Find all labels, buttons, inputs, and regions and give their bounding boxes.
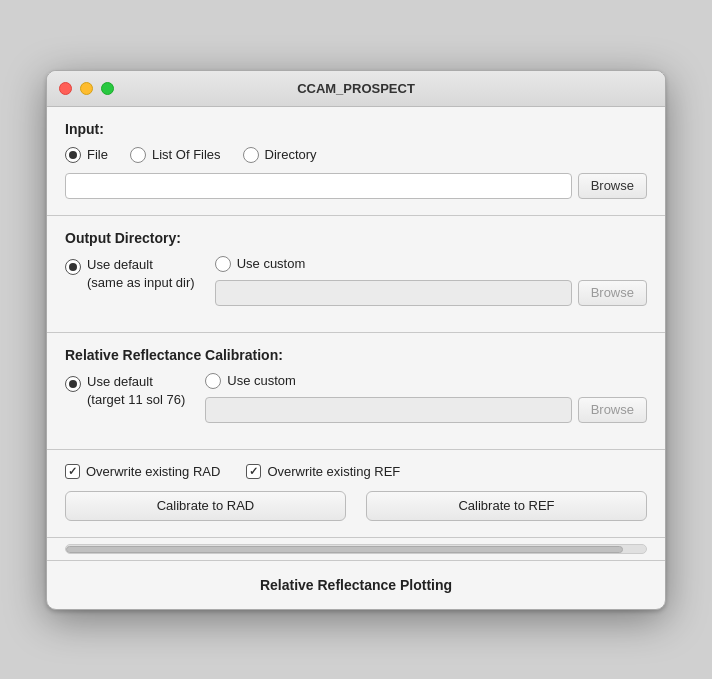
input-text-field[interactable]	[65, 173, 572, 199]
calibration-section-label: Relative Reflectance Calibration:	[65, 347, 647, 363]
radio-file-label: File	[87, 147, 108, 162]
radio-file[interactable]: File	[65, 147, 108, 163]
output-text-field[interactable]	[215, 280, 572, 306]
calibration-section: Relative Reflectance Calibration: Use de…	[47, 333, 665, 450]
calibration-custom-row: Use custom	[205, 373, 647, 389]
content-area: Input: File List Of Files Directory Brow…	[47, 107, 665, 609]
calibration-browse-row: Browse	[205, 397, 647, 423]
close-button[interactable]	[59, 82, 72, 95]
calibrate-ref-button[interactable]: Calibrate to REF	[366, 491, 647, 521]
checkbox-ref-indicator	[246, 464, 261, 479]
scrollbar-thumb[interactable]	[66, 546, 623, 553]
radio-list-indicator	[130, 147, 146, 163]
window-controls	[59, 82, 114, 95]
output-custom-row: Use custom	[215, 256, 647, 272]
output-custom-option: Use custom Browse	[215, 256, 647, 306]
input-section-label: Input:	[65, 121, 647, 137]
radio-directory[interactable]: Directory	[243, 147, 317, 163]
calibration-default-option: Use default (target 11 sol 76)	[65, 373, 185, 409]
action-btn-row: Calibrate to RAD Calibrate to REF	[65, 491, 647, 521]
radio-directory-label: Directory	[265, 147, 317, 162]
output-browse-button[interactable]: Browse	[578, 280, 647, 306]
titlebar: CCAM_PROSPECT	[47, 71, 665, 107]
output-custom-label: Use custom	[237, 256, 306, 271]
checkbox-row: Overwrite existing RAD Overwrite existin…	[65, 464, 647, 479]
scrollbar-track[interactable]	[65, 544, 647, 554]
output-custom-radio[interactable]	[215, 256, 231, 272]
checkbox-rad-indicator	[65, 464, 80, 479]
input-section: Input: File List Of Files Directory Brow…	[47, 107, 665, 216]
bottom-section: Relative Reflectance Plotting	[47, 561, 665, 609]
input-browse-row: Browse	[65, 173, 647, 199]
output-default-option: Use default (same as input dir)	[65, 256, 195, 292]
output-section: Output Directory: Use default (same as i…	[47, 216, 665, 333]
bottom-label: Relative Reflectance Plotting	[260, 577, 452, 593]
radio-file-indicator	[65, 147, 81, 163]
window-title: CCAM_PROSPECT	[297, 81, 415, 96]
maximize-button[interactable]	[101, 82, 114, 95]
calibration-custom-radio[interactable]	[205, 373, 221, 389]
calibration-options-layout: Use default (target 11 sol 76) Use custo…	[65, 373, 647, 423]
checkbox-rad-label: Overwrite existing RAD	[86, 464, 220, 479]
checkbox-ref-label: Overwrite existing REF	[267, 464, 400, 479]
radio-list-label: List Of Files	[152, 147, 221, 162]
radio-directory-indicator	[243, 147, 259, 163]
input-radio-group: File List Of Files Directory	[65, 147, 647, 163]
input-browse-button[interactable]: Browse	[578, 173, 647, 199]
calibration-default-radio[interactable]	[65, 376, 81, 392]
actions-section: Overwrite existing RAD Overwrite existin…	[47, 450, 665, 538]
calibration-text-field[interactable]	[205, 397, 571, 423]
calibration-custom-label: Use custom	[227, 373, 296, 388]
output-default-radio[interactable]	[65, 259, 81, 275]
radio-list-of-files[interactable]: List Of Files	[130, 147, 221, 163]
calibration-browse-button[interactable]: Browse	[578, 397, 647, 423]
calibration-default-label: Use default (target 11 sol 76)	[87, 373, 185, 409]
output-default-label: Use default (same as input dir)	[87, 256, 195, 292]
scrollbar-section	[47, 538, 665, 561]
minimize-button[interactable]	[80, 82, 93, 95]
main-window: CCAM_PROSPECT Input: File List Of Files …	[46, 70, 666, 610]
output-section-label: Output Directory:	[65, 230, 647, 246]
checkbox-overwrite-ref[interactable]: Overwrite existing REF	[246, 464, 400, 479]
calibration-custom-option: Use custom Browse	[205, 373, 647, 423]
output-options-layout: Use default (same as input dir) Use cust…	[65, 256, 647, 306]
checkbox-overwrite-rad[interactable]: Overwrite existing RAD	[65, 464, 220, 479]
output-browse-row: Browse	[215, 280, 647, 306]
calibrate-rad-button[interactable]: Calibrate to RAD	[65, 491, 346, 521]
